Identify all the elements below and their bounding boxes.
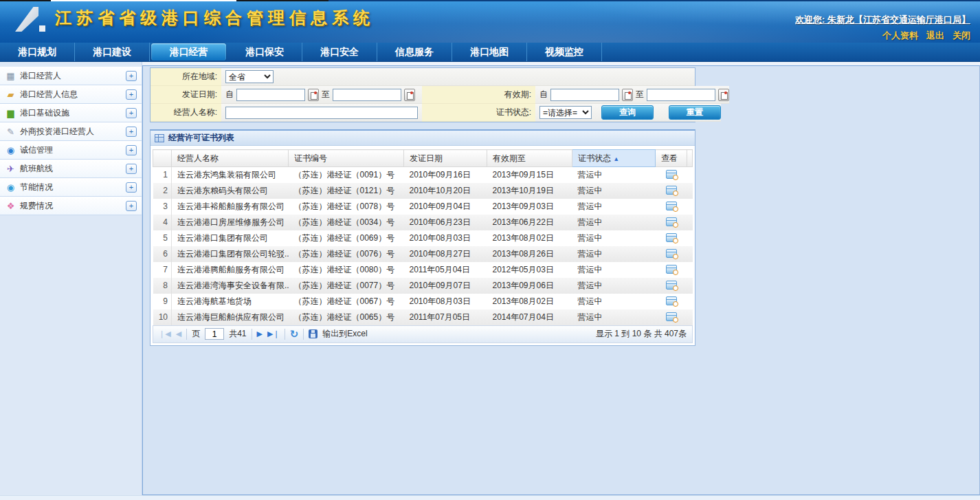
cell-issue: 2010年08月03日 (404, 230, 487, 246)
header-link-0[interactable]: 个人资料 (882, 30, 918, 42)
sidebar-item-港口经营人信息[interactable]: ▰港口经营人信息+ (0, 85, 142, 104)
view-record-icon[interactable] (666, 202, 677, 210)
cell-issue: 2010年10月20日 (404, 183, 487, 199)
last-page-icon[interactable]: ▶❘ (267, 330, 280, 338)
export-excel-button[interactable]: 输出到Excel (322, 328, 367, 340)
cell-valid: 2014年07月04日 (487, 309, 572, 325)
nav-tab-信息服务[interactable]: 信息服务 (377, 43, 452, 61)
operator-name-label: 经营人名称: (151, 104, 221, 122)
sidebar-item-航班航线[interactable]: ✈航班航线+ (0, 160, 142, 178)
region-label: 所在地域: (151, 68, 221, 86)
sidebar-item-label: 港口基础设施 (20, 107, 126, 119)
cell-valid: 2013年09月03日 (487, 199, 572, 215)
header-link-2[interactable]: 关闭 (953, 30, 970, 42)
nav-tab-视频监控[interactable]: 视频监控 (527, 43, 602, 61)
expand-plus-icon[interactable]: + (126, 127, 137, 137)
table-row[interactable]: 10连云港海巨船舶供应有限公司（苏连）港经证（0065）号2011年07月05日… (153, 309, 693, 325)
view-record-icon[interactable] (666, 170, 677, 179)
expand-plus-icon[interactable]: + (126, 108, 137, 118)
view-record-icon[interactable] (666, 186, 677, 195)
table-row[interactable]: 8连云港港湾海事安全设备有限...（苏连）港经证（0077）号2010年09月0… (153, 278, 693, 294)
cell-filler (687, 215, 693, 230)
calendar-icon[interactable] (404, 89, 415, 101)
cert-status-select[interactable]: =请选择= (539, 106, 592, 119)
nav-tab-港口保安[interactable]: 港口保安 (227, 43, 302, 61)
view-record-icon[interactable] (666, 217, 677, 226)
nav-tab-港口建设[interactable]: 港口建设 (75, 43, 150, 61)
sidebar-item-label: 诚信管理 (20, 144, 126, 156)
view-record-icon[interactable] (666, 281, 677, 290)
col-header-issue-date[interactable]: 发证日期 (404, 150, 487, 167)
cell-view (656, 167, 687, 183)
sidebar-item-港口经营人[interactable]: ▦港口经营人+ (0, 67, 142, 85)
fees-icon: ❖ (5, 202, 16, 210)
table-row[interactable]: 4连云港港口房屋维修服务公司（苏连）港经证（0034）号2010年06月23日2… (153, 215, 693, 230)
expand-plus-icon[interactable]: + (126, 164, 137, 174)
cell-issue: 2010年09月16日 (404, 167, 487, 183)
sidebar-item-规费情况[interactable]: ❖规费情况+ (0, 197, 142, 215)
next-page-icon[interactable]: ▶ (257, 330, 263, 338)
sidebar: ▦港口经营人+▰港口经营人信息+▆港口基础设施+✎外商投资港口经营人+◉诚信管理… (0, 62, 142, 495)
nav-tab-港口规划[interactable]: 港口规划 (0, 43, 75, 61)
filler-header (687, 150, 693, 167)
calendar-icon[interactable] (308, 89, 319, 101)
validity-from-input[interactable] (550, 89, 619, 101)
issue-date-to-input[interactable] (333, 89, 401, 101)
cell-issue: 2011年05月04日 (404, 262, 487, 278)
nav-tab-港口经营[interactable]: 港口经营 (151, 43, 226, 61)
view-record-icon[interactable] (666, 249, 677, 258)
expand-plus-icon[interactable]: + (126, 71, 137, 81)
view-record-icon[interactable] (666, 233, 677, 242)
cell-filler (687, 294, 693, 309)
table-row[interactable]: 2连云港东粮码头有限公司（苏连）港经证（0121）号2010年10月20日201… (153, 183, 693, 199)
cell-valid: 2013年10月19日 (487, 183, 572, 199)
col-header-view[interactable]: 查看 (656, 150, 687, 167)
expand-plus-icon[interactable]: + (126, 89, 137, 100)
cell-status: 营运中 (572, 167, 656, 183)
sidebar-item-港口基础设施[interactable]: ▆港口基础设施+ (0, 104, 142, 122)
cell-name: 连云港东粮码头有限公司 (172, 183, 289, 199)
to-label: 至 (322, 89, 330, 100)
table-row[interactable]: 6连云港港口集团有限公司轮驳...（苏连）港经证（0076）号2010年08月2… (153, 246, 693, 262)
operator-name-input[interactable] (225, 107, 418, 119)
sidebar-item-外商投资港口经营人[interactable]: ✎外商投资港口经营人+ (0, 122, 142, 141)
table-row[interactable]: 7连云港港腾船舶服务有限公司（苏连）港经证（0080）号2011年05月04日2… (153, 262, 693, 278)
cell-filler (687, 199, 693, 215)
col-header-valid-until[interactable]: 有效期至 (487, 150, 572, 167)
cell-valid: 2013年09月06日 (487, 278, 572, 294)
issue-date-from-input[interactable] (236, 89, 305, 101)
first-page-icon[interactable]: ❘◀ (159, 330, 171, 338)
region-select[interactable]: 全省 (225, 70, 274, 83)
sidebar-item-节能情况[interactable]: ◉节能情况+ (0, 178, 142, 197)
expand-plus-icon[interactable]: + (126, 182, 137, 193)
col-header-cert-no[interactable]: 证书编号 (289, 150, 404, 167)
query-button[interactable]: 查询 (601, 105, 654, 120)
row-number-header (153, 150, 172, 167)
expand-plus-icon[interactable]: + (126, 145, 137, 155)
cell-valid: 2013年08月02日 (487, 230, 572, 246)
reset-button[interactable]: 重置 (669, 105, 721, 120)
view-record-icon[interactable] (666, 296, 677, 305)
page-input[interactable] (205, 328, 224, 340)
header-link-1[interactable]: 退出 (926, 30, 944, 42)
nav-tab-港口地图[interactable]: 港口地图 (452, 43, 527, 61)
issue-date-label: 发证日期: (151, 86, 221, 104)
validity-to-input[interactable] (647, 89, 715, 101)
view-record-icon[interactable] (666, 265, 677, 274)
sidebar-item-诚信管理[interactable]: ◉诚信管理+ (0, 141, 142, 160)
calendar-icon[interactable] (622, 89, 633, 101)
nav-tab-港口安全[interactable]: 港口安全 (302, 43, 377, 61)
save-excel-icon[interactable] (309, 329, 318, 338)
expand-plus-icon[interactable]: + (126, 201, 137, 211)
table-row[interactable]: 3连云港丰裕船舶服务有限公司（苏连）港经证（0078）号2010年09月04日2… (153, 199, 693, 215)
prev-page-icon[interactable]: ◀ (176, 330, 181, 338)
table-row[interactable]: 5连云港港口集团有限公司（苏连）港经证（0069）号2010年08月03日201… (153, 230, 693, 246)
calendar-icon[interactable] (718, 89, 729, 101)
view-record-icon[interactable] (666, 312, 677, 321)
table-row[interactable]: 1连云港东鸿集装箱有限公司（苏连）港经证（0091）号2010年09月16日20… (153, 167, 693, 183)
header-links: 个人资料退出关闭 (882, 30, 970, 42)
col-header-status-sorted[interactable]: 证书状态 ▲ (572, 150, 656, 167)
col-header-name[interactable]: 经营人名称 (172, 150, 289, 167)
table-row[interactable]: 9连云港海航基地货场（苏连）港经证（0067）号2010年08月03日2013年… (153, 294, 693, 309)
refresh-icon[interactable]: ↻ (290, 329, 299, 339)
